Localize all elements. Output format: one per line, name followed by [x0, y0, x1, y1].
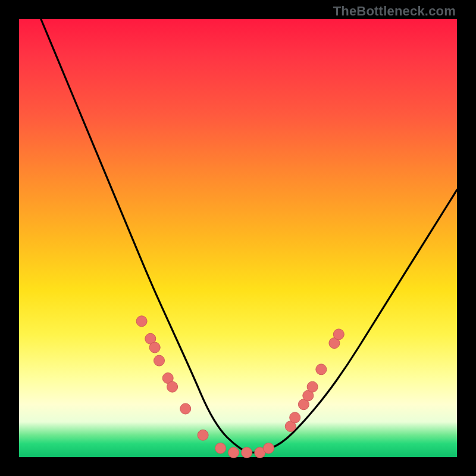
data-points — [136, 316, 344, 458]
chart-frame: TheBottleneck.com — [0, 0, 476, 476]
data-point — [290, 412, 300, 423]
data-point — [228, 447, 239, 458]
data-point — [316, 364, 327, 375]
data-point — [215, 443, 226, 453]
data-point — [149, 342, 160, 353]
bottleneck-curve — [41, 19, 457, 453]
data-point — [307, 381, 318, 392]
data-point — [198, 430, 208, 440]
data-point — [180, 403, 191, 414]
data-point — [136, 316, 147, 327]
data-point — [154, 355, 165, 366]
attribution-label: TheBottleneck.com — [333, 4, 456, 19]
data-point — [167, 381, 178, 392]
plot-area — [19, 19, 457, 457]
data-point — [242, 447, 252, 458]
data-point — [333, 329, 344, 340]
data-point — [264, 443, 274, 453]
chart-svg — [19, 19, 457, 457]
